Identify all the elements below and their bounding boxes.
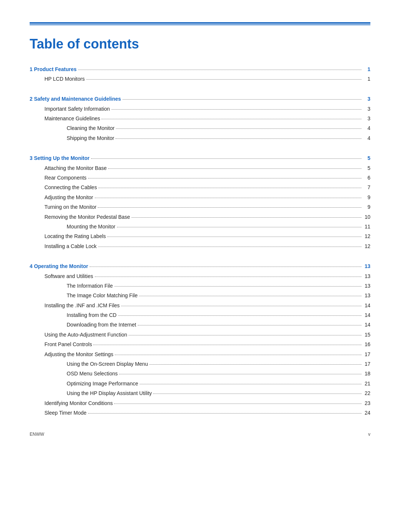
- toc-dots: [129, 335, 361, 335]
- toc-label: Mounting the Monitor: [67, 222, 116, 231]
- toc-label: Installing from the CD: [67, 311, 117, 319]
- toc-dots: [153, 394, 361, 394]
- toc-entry-ch4-sub8[interactable]: Sleep Timer Mode24: [30, 409, 370, 417]
- toc-label: Installing the .INF and .ICM Files: [44, 301, 120, 310]
- toc-entry-ch3-sub7[interactable]: Locating the Rating Labels12: [30, 232, 370, 240]
- toc-dots: [88, 413, 361, 414]
- toc-page-num: 14: [363, 321, 370, 329]
- toc-entry-ch3-sub3[interactable]: Connecting the Cables7: [30, 183, 370, 191]
- toc-page-num: 23: [363, 399, 370, 407]
- toc-dots: [88, 178, 361, 178]
- toc-dots: [119, 374, 361, 374]
- toc-dots: [115, 355, 361, 355]
- toc-entry-ch3-sub6[interactable]: Removing the Monitor Pedestal Base10: [30, 213, 370, 221]
- toc-label: Cleaning the Monitor: [67, 124, 114, 132]
- toc-dots: [95, 198, 361, 198]
- toc-dots: [139, 296, 361, 296]
- toc-label: Important Safety Information: [44, 105, 110, 113]
- toc-entry-ch4-sub7[interactable]: Identifying Monitor Conditions23: [30, 399, 370, 407]
- toc-entry-ch2-sub1[interactable]: Important Safety Information3: [30, 105, 370, 113]
- toc-dots: [111, 109, 361, 110]
- toc-entry-ch2-sub2a[interactable]: Cleaning the Monitor4: [30, 124, 370, 132]
- toc-entry-ch4-sub6[interactable]: Using the HP Display Assistant Utility22: [30, 389, 370, 397]
- toc-page-num: 17: [363, 360, 370, 368]
- toc-page-num: 4: [363, 134, 370, 142]
- toc-entry-ch2-sub2[interactable]: Maintenance Guidelines3: [30, 114, 370, 123]
- toc-page-num: 16: [363, 340, 370, 348]
- toc-dots: [91, 158, 361, 159]
- footer-left: ENWW: [30, 432, 44, 437]
- toc-spacer: [30, 84, 370, 88]
- toc-label: Using the On-Screen Display Menu: [67, 360, 148, 368]
- toc-entry-ch4-sub5a[interactable]: Using the On-Screen Display Menu17: [30, 360, 370, 368]
- toc-page-num: 9: [363, 193, 370, 201]
- toc-label: HP LCD Monitors: [44, 75, 85, 83]
- toc-page-num: 21: [363, 379, 370, 388]
- toc-entry-ch3-sub5[interactable]: Turning on the Monitor9: [30, 203, 370, 211]
- toc-page-num: 3: [363, 95, 370, 103]
- toc-entry-ch4-sub2a[interactable]: Installing from the CD14: [30, 311, 370, 319]
- toc-page-num: 6: [363, 174, 370, 182]
- toc-page-num: 18: [363, 369, 370, 378]
- toc-page-num: 15: [363, 331, 370, 339]
- toc-page-num: 13: [363, 272, 370, 280]
- toc-entry-ch4-sub1b[interactable]: The Image Color Matching File13: [30, 291, 370, 300]
- toc-entry-ch2-sub2b[interactable]: Shipping the Monitor4: [30, 134, 370, 142]
- toc-dots: [99, 188, 361, 188]
- toc-entry-ch3-sub4[interactable]: Adjusting the Monitor9: [30, 193, 370, 201]
- toc-dots: [123, 99, 361, 100]
- footer-right: v: [368, 432, 370, 437]
- toc-entry-ch4-sub1[interactable]: Software and Utilities13: [30, 272, 370, 280]
- toc-page-num: 13: [363, 262, 370, 270]
- toc-entry-ch3-sub1[interactable]: Attaching the Monitor Base5: [30, 164, 370, 172]
- toc-label: Using the Auto-Adjustment Function: [44, 331, 127, 339]
- toc-label: Removing the Monitor Pedestal Base: [44, 213, 130, 221]
- toc-label: OSD Menu Selections: [67, 369, 118, 378]
- toc-dots: [98, 207, 361, 208]
- toc-dots: [121, 306, 361, 306]
- toc-dots: [116, 138, 361, 139]
- toc-entry-ch4-sub5c[interactable]: Optimizing Image Performance21: [30, 379, 370, 388]
- toc-entry-ch4-sub5b[interactable]: OSD Menu Selections18: [30, 369, 370, 378]
- toc-label: 2 Safety and Maintenance Guidelines: [30, 95, 121, 103]
- toc-dots: [90, 267, 361, 267]
- toc-label: The Image Color Matching File: [67, 291, 137, 300]
- toc-dots: [108, 168, 361, 169]
- toc-page-num: 5: [363, 164, 370, 172]
- toc-page-num: 4: [363, 124, 370, 132]
- toc-entry-ch4-sub1a[interactable]: The Information File13: [30, 282, 370, 290]
- toc-label: Installing a Cable Lock: [44, 242, 97, 250]
- toc-entry-ch4-sub4[interactable]: Front Panel Controls16: [30, 340, 370, 348]
- toc-dots: [114, 286, 362, 287]
- toc-page-num: 17: [363, 350, 370, 358]
- toc-dots: [140, 384, 361, 384]
- toc-entry-ch2[interactable]: 2 Safety and Maintenance Guidelines3: [30, 95, 370, 103]
- toc-entry-ch3-sub2[interactable]: Rear Components6: [30, 174, 370, 182]
- toc-label: Connecting the Cables: [44, 183, 97, 191]
- toc-entry-ch4-sub2[interactable]: Installing the .INF and .ICM Files14: [30, 301, 370, 310]
- toc-label: Downloading from the Internet: [67, 321, 136, 329]
- toc-label: The Information File: [67, 282, 113, 290]
- toc-entry-ch3[interactable]: 3 Setting Up the Monitor5: [30, 154, 370, 162]
- toc-spacer: [30, 252, 370, 255]
- toc-page-num: 12: [363, 242, 370, 250]
- toc-entry-ch1-sub1[interactable]: HP LCD Monitors1: [30, 75, 370, 83]
- toc-page-num: 24: [363, 409, 370, 417]
- toc-entry-ch3-sub8[interactable]: Installing a Cable Lock12: [30, 242, 370, 250]
- toc-label: 4 Operating the Monitor: [30, 262, 88, 270]
- toc-entry-ch4-sub2b[interactable]: Downloading from the Internet14: [30, 321, 370, 329]
- toc-entry-ch4-sub5[interactable]: Adjusting the Monitor Settings17: [30, 350, 370, 358]
- top-border-thick: [30, 22, 370, 24]
- toc-page-num: 3: [363, 105, 370, 113]
- toc-entry-ch1[interactable]: 1 Product Features1: [30, 65, 370, 73]
- toc-dots: [78, 70, 361, 70]
- toc-label: Attaching the Monitor Base: [44, 164, 107, 172]
- toc-entry-ch4-sub3[interactable]: Using the Auto-Adjustment Function15: [30, 331, 370, 339]
- toc-label: Adjusting the Monitor: [44, 193, 93, 201]
- toc-label: Locating the Rating Labels: [44, 232, 106, 240]
- toc-label: Identifying Monitor Conditions: [44, 399, 113, 407]
- toc-entry-ch4[interactable]: 4 Operating the Monitor13: [30, 262, 370, 270]
- toc-entry-ch3-sub6a[interactable]: Mounting the Monitor11: [30, 222, 370, 231]
- page-container: Table of contents 1 Product Features1HP …: [0, 0, 400, 448]
- toc-dots: [107, 237, 361, 237]
